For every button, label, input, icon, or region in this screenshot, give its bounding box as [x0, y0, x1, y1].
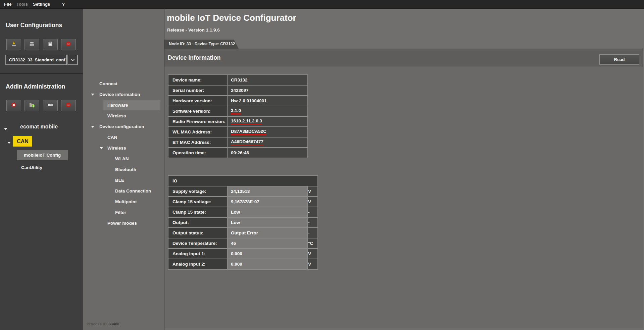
panel-header: Device information Read	[164, 49, 643, 66]
menu-settings[interactable]: Settings	[33, 0, 50, 9]
unit-cell: -	[308, 228, 317, 238]
value-text: 09:26:46	[231, 150, 249, 155]
value-cell: D87A3BDCA52C	[228, 127, 307, 137]
table-row: Hardware version: Hw 2.0 01004001	[168, 96, 307, 106]
nav-item-label: WLAN	[115, 156, 129, 161]
nav-item-label: Filter	[115, 210, 126, 215]
device-info-table: Device name: CR3132 Serial number: 24230…	[168, 74, 308, 158]
chevron-down-icon	[7, 142, 11, 144]
sidebar: User Configurations	[0, 9, 83, 330]
nav-item-label: Power modes	[107, 221, 137, 226]
value-cell: 0.000	[228, 259, 307, 269]
nav-item-label: Bluetooth	[115, 167, 136, 172]
folder-add-icon	[29, 102, 35, 109]
nav-item-power-modes[interactable]: Power modes	[83, 218, 164, 229]
nav-item-bluetooth[interactable]: Bluetooth	[83, 164, 164, 175]
delete-x-icon	[11, 102, 17, 109]
export-config-icon	[29, 41, 35, 48]
label-cell: WL MAC Address:	[168, 127, 227, 137]
nav-panel: Connect Device information Hardware Wire…	[83, 9, 164, 330]
tree-expander-can[interactable]	[7, 139, 11, 145]
unit-cell: V	[308, 249, 317, 259]
table-row: Output: Low -	[168, 218, 317, 227]
add-addin-button[interactable]	[24, 100, 39, 111]
remove-config-button[interactable]	[61, 39, 76, 50]
chevron-down-icon	[70, 57, 75, 63]
unit-cell: V	[308, 197, 317, 207]
nav-item-wireless-info[interactable]: Wireless	[83, 111, 164, 121]
process-id-label: Process ID	[87, 322, 106, 326]
nav-item-label: BLE	[115, 178, 124, 183]
chevron-down-icon	[91, 94, 94, 96]
menu-bar: File Tools Settings ?	[0, 0, 644, 9]
tree-item-canutility[interactable]: CanUtility	[21, 165, 42, 170]
nav-item-can[interactable]: CAN	[83, 132, 164, 143]
page-title: mobile IoT Device Configurator	[167, 13, 296, 23]
nav-item-device-information[interactable]: Device information	[83, 89, 164, 100]
table-row: BT MAC Address: A46DD4667477	[168, 138, 307, 147]
tab-node-device[interactable]: Node ID: 33 - Device Type: CR3132	[164, 40, 239, 49]
table-row: Analog input 1: 0.000 V	[168, 249, 317, 259]
label-cell: Software version:	[168, 106, 227, 116]
user-configurations-title: User Configurations	[6, 22, 62, 29]
nav-item-wlan[interactable]: WLAN	[83, 154, 164, 164]
process-id-value: 33488	[108, 322, 119, 326]
user-config-toolbar	[0, 39, 83, 50]
sidebar-separator	[0, 73, 83, 74]
nav-item-hardware[interactable]: Hardware	[103, 100, 160, 110]
table-row: Software version: 3.1.0	[168, 106, 307, 116]
config-select-value[interactable]: CR3132_33_Standard_conf	[5, 55, 67, 65]
value-cell: 1610.2.11.2.0.3	[228, 117, 307, 126]
nav-item-device-configuration[interactable]: Device configuration	[83, 121, 164, 132]
value-cell: 09:26:46	[228, 148, 307, 158]
tree-item-can[interactable]: CAN	[13, 136, 32, 147]
app-window: File Tools Settings ? User Configuration…	[0, 0, 644, 330]
value-cell: 3.1.0	[228, 106, 307, 116]
nav-item-data-connection[interactable]: Data Connection	[83, 186, 164, 197]
save-config-button[interactable]	[43, 39, 58, 50]
unit-cell: -	[308, 218, 317, 227]
read-button[interactable]: Read	[599, 54, 639, 65]
nav-item-filter[interactable]: Filter	[83, 207, 164, 218]
device-addin-button[interactable]	[43, 100, 58, 111]
tree-item-mobileiot-config[interactable]: mobileIoT Config	[17, 150, 68, 160]
nav-item-multipoint[interactable]: Multipoint	[83, 197, 164, 207]
table-row: Clamp 15 voltage: 9,167878E-07 V	[168, 197, 317, 207]
tree-item-ecomat-mobile[interactable]: ecomat mobile	[20, 124, 58, 130]
export-config-button[interactable]	[24, 39, 39, 50]
nav-item-label: Connect	[99, 81, 117, 86]
label-cell: Operation time:	[168, 148, 227, 158]
value-text-underlined: 1610.2.11.2.0.3	[231, 118, 262, 125]
label-cell: Supply voltage:	[168, 186, 227, 196]
table-row: Supply voltage: 24,13513 V	[168, 186, 317, 196]
menu-help[interactable]: ?	[62, 0, 65, 9]
label-cell: Serial number:	[168, 86, 227, 95]
label-cell: Clamp 15 voltage:	[168, 197, 227, 207]
nav-item-ble[interactable]: BLE	[83, 175, 164, 186]
config-select-dropdown-button[interactable]	[67, 55, 78, 65]
label-cell: Device Temperature:	[168, 238, 227, 248]
unit-cell: -	[308, 207, 317, 217]
table-row: Serial number: 2423097	[168, 86, 307, 95]
table-row: Device Temperature: 46 °C	[168, 238, 317, 248]
delete-addin-button[interactable]	[6, 100, 21, 111]
io-table: IO Supply voltage: 24,13513 V Clamp 15 v…	[168, 175, 318, 270]
menu-file[interactable]: File	[4, 0, 11, 9]
remove-addin-button[interactable]	[61, 100, 76, 111]
menu-tools[interactable]: Tools	[16, 0, 28, 9]
value-text: Hw 2.0 01004001	[231, 98, 267, 103]
nav-item-wireless-config[interactable]: Wireless	[83, 143, 164, 154]
remove-red-icon	[65, 102, 71, 109]
save-config-icon	[47, 41, 53, 48]
value-text-underlined: D87A3BDCA52C	[231, 129, 266, 135]
value-cell: 24,13513	[228, 186, 307, 196]
value-text: 2423097	[231, 88, 249, 93]
value-cell: 46	[228, 238, 307, 248]
import-config-button[interactable]	[6, 39, 21, 50]
page-subtitle: Release - Version 1.1.9.6	[167, 28, 220, 33]
nav-item-connect[interactable]: Connect	[83, 78, 164, 89]
tree-expander-ecomat[interactable]	[4, 125, 7, 131]
label-cell: Output:	[168, 218, 227, 227]
table-header-row: IO	[168, 176, 317, 186]
import-config-icon	[11, 41, 17, 48]
